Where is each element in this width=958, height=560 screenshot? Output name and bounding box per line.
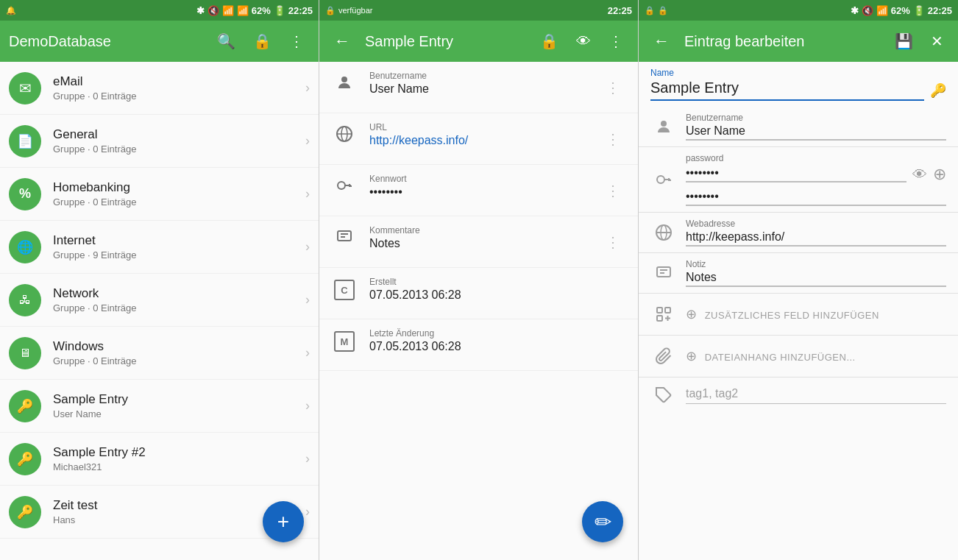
field-menu-notes[interactable]: ⋮ (600, 230, 626, 254)
lock-status-icon-3: 🔒 (645, 6, 655, 15)
entry-title-sample: Sample Entry (53, 392, 305, 407)
battery-icon-1: 🔋 (274, 5, 285, 16)
url-edit-label: Webadresse (686, 219, 946, 229)
group-item-email[interactable]: ✉ eMail Gruppe · 0 Einträge › (0, 62, 319, 115)
username-label: Benutzername (369, 71, 600, 81)
globe-icon (331, 125, 358, 143)
notes-value: Notes (369, 237, 600, 250)
detail-field-notes: Kommentare Notes ⋮ (319, 216, 638, 268)
svg-rect-24 (657, 316, 662, 321)
save-button[interactable]: 💾 (889, 26, 919, 56)
tags-value[interactable]: tag1, tag2 (686, 387, 946, 404)
notes-label: Kommentare (369, 225, 600, 235)
menu-button-2[interactable]: ⋮ (603, 26, 629, 56)
battery-level-3: 62% (891, 5, 910, 16)
chevron-icon: › (305, 451, 310, 467)
database-title: DemoDatabase (9, 33, 205, 50)
lock-button[interactable]: 🔒 (247, 26, 277, 56)
back-button-2[interactable]: ← (328, 26, 356, 57)
field-menu-url[interactable]: ⋮ (600, 127, 626, 151)
notes-edit-input[interactable] (686, 271, 946, 287)
group-subtitle-network: Gruppe · 0 Einträge (53, 302, 305, 313)
add-custom-field-button[interactable]: ⊕ ZUSÄTZLICHES FELD HINZUFÜGEN (639, 294, 958, 336)
group-item-internet[interactable]: 🌐 Internet Gruppe · 9 Einträge › (0, 221, 319, 274)
created-icon: C (331, 280, 358, 300)
entry-item-sample[interactable]: 🔑 Sample Entry User Name › (0, 380, 319, 433)
field-menu-username[interactable]: ⋮ (600, 76, 626, 99)
created-label: Erstellt (369, 277, 626, 287)
username-edit-label: Benutzername (686, 113, 946, 123)
svg-point-0 (341, 77, 347, 82)
edit-person-icon (650, 118, 677, 135)
name-key-icon[interactable]: 🔑 (930, 82, 946, 99)
key-icon-sample: 🔑 (9, 390, 41, 422)
detail-field-username: Benutzername User Name ⋮ (319, 62, 638, 113)
eye-button[interactable]: 👁 (570, 27, 597, 56)
network-icon: 🖧 (9, 284, 41, 316)
password-value: •••••••• (369, 185, 600, 199)
entry-subtitle-sample2: Michael321 (53, 461, 305, 472)
toolbar-2: ← Sample Entry 🔒 👁 ⋮ (319, 21, 638, 62)
database-list: ✉ eMail Gruppe · 0 Einträge › 📄 General … (0, 62, 319, 560)
mute-icon: 🔇 (207, 5, 219, 16)
svg-point-4 (338, 182, 345, 189)
entry-title-sample2: Sample Entry #2 (53, 445, 305, 460)
password-confirm-input[interactable] (686, 190, 946, 206)
url-edit-input[interactable] (686, 230, 946, 247)
time-3: 22:25 (928, 5, 952, 16)
group-item-windows[interactable]: 🖥 Windows Gruppe · 0 Einträge › (0, 327, 319, 380)
modified-label: Letzte Änderung (369, 328, 626, 339)
menu-button[interactable]: ⋮ (283, 26, 310, 56)
edit-entry-fab[interactable]: ✏ (582, 501, 623, 542)
edit-fields: Name 🔑 Benutzername password (639, 62, 958, 560)
username-edit-input[interactable] (686, 124, 946, 141)
edit-field-password: password 👁 ⊕ (639, 147, 958, 213)
url-value[interactable]: http://keepass.info/ (369, 134, 600, 147)
status-left-3: 🔒 🔒 (645, 6, 668, 15)
lock-button-2[interactable]: 🔒 (534, 26, 564, 56)
password-add-icon[interactable]: ⊕ (933, 165, 946, 184)
group-title-email: eMail (53, 74, 305, 89)
key-icon-zeit: 🔑 (9, 496, 41, 528)
search-button[interactable]: 🔍 (211, 26, 241, 56)
group-subtitle-internet: Gruppe · 9 Einträge (53, 249, 305, 260)
group-subtitle-general: Gruppe · 0 Einträge (53, 143, 305, 155)
close-button[interactable]: ✕ (925, 26, 949, 56)
password-edit-input[interactable] (686, 166, 906, 182)
available-status: verfügbar (338, 6, 372, 15)
toolbar-1: DemoDatabase 🔍 🔒 ⋮ (0, 21, 319, 62)
password-edit-label: password (686, 153, 946, 163)
status-left-1: 🔔 (6, 6, 16, 15)
status-bar-2: 🔒 verfügbar 22:25 (319, 0, 638, 21)
chevron-icon: › (305, 345, 310, 361)
group-item-homebanking[interactable]: % Homebanking Gruppe · 0 Einträge › (0, 168, 319, 221)
lock-status-icon: 🔒 (325, 6, 336, 15)
svg-rect-8 (338, 231, 351, 241)
svg-rect-22 (657, 308, 662, 313)
chevron-icon: › (305, 398, 310, 414)
name-input[interactable] (650, 79, 924, 101)
homebanking-icon: % (9, 178, 41, 210)
edit-name-row: Name 🔑 (639, 62, 958, 101)
modified-icon: M (331, 331, 358, 352)
edit-comment-icon (650, 264, 677, 282)
group-item-general[interactable]: 📄 General Gruppe · 0 Einträge › (0, 115, 319, 168)
group-subtitle-homebanking: Gruppe · 0 Einträge (53, 196, 305, 208)
group-item-network[interactable]: 🖧 Network Gruppe · 0 Einträge › (0, 274, 319, 327)
back-button-3[interactable]: ← (647, 26, 675, 57)
group-title-internet: Internet (53, 233, 305, 248)
group-title-general: General (53, 127, 305, 142)
wifi-icon: 📶 (222, 5, 234, 16)
password-eye-icon[interactable]: 👁 (912, 166, 927, 183)
chevron-icon: › (305, 186, 310, 202)
field-menu-password[interactable]: ⋮ (600, 179, 626, 202)
svg-point-11 (661, 121, 667, 127)
add-attachment-button[interactable]: ⊕ DATEIANHANG HINZUFÜGEN... (639, 336, 958, 378)
notification-icon: 🔔 (6, 6, 16, 15)
battery-level-1: 62% (252, 5, 271, 16)
svg-rect-23 (665, 308, 670, 313)
edit-field-username: Benutzername (639, 107, 958, 147)
edit-field-url: Webadresse (639, 213, 958, 253)
entry-item-sample2[interactable]: 🔑 Sample Entry #2 Michael321 › (0, 433, 319, 486)
add-entry-fab[interactable]: + (263, 501, 304, 542)
